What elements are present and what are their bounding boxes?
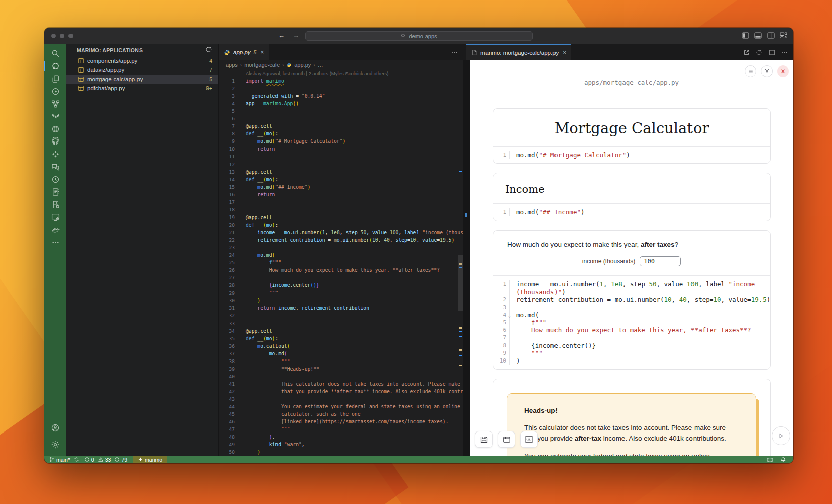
notebook-icon[interactable] — [44, 186, 66, 198]
code-line[interactable]: 40 — [219, 373, 463, 380]
toggle-secondary-sidebar-icon[interactable] — [767, 32, 775, 39]
code-line[interactable]: 11 — [219, 153, 463, 160]
refresh-icon[interactable] — [205, 46, 212, 55]
code-line[interactable]: 18 — [219, 206, 463, 213]
code-line[interactable]: 20def __(mo): — [219, 221, 463, 229]
code-line[interactable]: 47 """ — [219, 425, 463, 433]
code-line[interactable]: 9 mo.md("# Mortgage Calculator") — [219, 137, 463, 145]
code-line[interactable]: 6 — [219, 115, 463, 122]
copilot-icon[interactable] — [766, 457, 774, 463]
code-editor[interactable]: Akshay Agrawal, last month | 2 authors (… — [219, 69, 463, 456]
code-line[interactable]: 7@app.cell — [219, 122, 463, 130]
code-line[interactable]: 44 You can estimate your federal and sta… — [219, 403, 463, 410]
code-line[interactable]: 41 This calculator does not take taxes i… — [219, 380, 463, 388]
test-flag-icon[interactable] — [44, 198, 66, 211]
code-line[interactable]: 19@app.cell — [219, 213, 463, 221]
sidebar-file-components-app-py[interactable]: components/app.py4 — [66, 56, 218, 65]
terraform-icon[interactable] — [44, 110, 66, 123]
close-tab-icon[interactable]: × — [563, 49, 566, 56]
toggle-sidebar-icon[interactable] — [742, 32, 749, 39]
split-editor-icon[interactable] — [769, 49, 775, 56]
open-external-icon[interactable] — [743, 49, 750, 56]
code-line[interactable]: 49 kind="warn", — [219, 441, 463, 448]
docker-icon[interactable] — [44, 224, 66, 236]
breadcrumb-item[interactable]: app.py — [294, 62, 311, 68]
navigate-back-icon[interactable]: ← — [278, 32, 285, 39]
code-line[interactable]: 21 income = mo.ui.number(1, 1e8, step=50… — [219, 229, 463, 236]
code-line[interactable]: 17 — [219, 198, 463, 206]
settings-button[interactable] — [761, 65, 773, 77]
history-icon[interactable] — [44, 173, 66, 186]
toggle-panel-icon[interactable] — [754, 32, 762, 39]
code-line[interactable]: 16 return — [219, 191, 463, 198]
code-line[interactable]: 32 — [219, 312, 463, 319]
code-line[interactable]: 28 {income.center()} — [219, 281, 463, 289]
diamonds-icon[interactable] — [44, 148, 66, 161]
sidebar-file-dataviz-app-py[interactable]: dataviz/app.py7 — [66, 65, 218, 75]
menu-button[interactable] — [745, 65, 756, 77]
code-line[interactable]: 14def __(mo): — [219, 176, 463, 183]
zoom-window-button[interactable] — [68, 34, 73, 38]
cell-code-block[interactable]: 1income = mo.ui.number(1, 1e8, step=50, … — [493, 275, 770, 369]
close-window-button[interactable] — [51, 34, 56, 38]
marimo-icon[interactable] — [44, 60, 66, 73]
cell-code[interactable]: mo.md("# Mortgage Calculator") — [516, 151, 630, 159]
code-line[interactable]: 2 — [219, 85, 463, 92]
editor-scrollbar[interactable] — [458, 255, 463, 311]
tab-app-py[interactable]: app.py 5 × — [219, 44, 269, 60]
marimo-status[interactable]: marimo — [133, 456, 167, 463]
code-line[interactable]: 45 calculator, such as the one — [219, 410, 463, 418]
code-line[interactable]: 26 How much do you expect to make this y… — [219, 266, 463, 274]
more-actions-icon[interactable] — [781, 49, 788, 56]
run-debug-icon[interactable] — [44, 85, 66, 98]
code-line[interactable]: 23 — [219, 244, 463, 251]
customize-layout-icon[interactable] — [780, 32, 787, 39]
command-center-search[interactable]: demo-apps — [305, 31, 533, 41]
code-line[interactable]: 30 ) — [219, 297, 463, 304]
code-line[interactable]: 29 """ — [219, 289, 463, 297]
settings-gear-icon[interactable] — [44, 438, 66, 451]
code-line[interactable]: 1import marimo — [219, 77, 463, 85]
code-line[interactable]: 27 — [219, 274, 463, 281]
remote-screen-icon[interactable] — [44, 211, 66, 224]
code-line[interactable]: 22 retirement_contribution = mo.ui.numbe… — [219, 236, 463, 244]
sidebar-file-pdfchat-app-py[interactable]: pdfchat/app.py9+ — [66, 84, 218, 93]
code-line[interactable]: 25 f""" — [219, 259, 463, 266]
close-tab-icon[interactable]: × — [260, 49, 264, 56]
code-line[interactable]: 24 mo.md( — [219, 251, 463, 259]
code-line[interactable]: 31 return income, retirement_contributio… — [219, 304, 463, 312]
breadcrumb-item[interactable]: … — [318, 62, 323, 68]
refresh-icon[interactable] — [756, 49, 762, 56]
minimize-window-button[interactable] — [60, 34, 64, 38]
breadcrumb-item[interactable]: apps — [226, 62, 238, 68]
code-line[interactable]: 12 — [219, 161, 463, 168]
shutdown-button[interactable]: ✕ — [777, 65, 789, 77]
code-line[interactable]: 43 — [219, 395, 463, 403]
code-line[interactable]: 5 — [219, 107, 463, 115]
tab-marimo-preview[interactable]: marimo: mortgage-calc/app.py × — [466, 44, 571, 60]
bell-icon[interactable] — [780, 457, 786, 463]
breadcrumb-item[interactable]: mortgage-calc — [244, 62, 280, 68]
code-line[interactable]: 34@app.cell — [219, 327, 463, 335]
code-line[interactable]: 35def __(mo): — [219, 335, 463, 342]
more-actions-icon[interactable] — [451, 49, 458, 56]
account-icon[interactable] — [44, 421, 66, 434]
files-icon[interactable] — [44, 73, 66, 85]
code-line[interactable]: 37 mo.md( — [219, 350, 463, 357]
problems-status[interactable]: 0 33 79 — [84, 456, 127, 463]
sidebar-file-mortgage-calc-app-py[interactable]: mortgage-calc/app.py5 — [66, 75, 218, 84]
comments-icon[interactable] — [44, 161, 66, 173]
keyboard-shortcuts-button[interactable] — [520, 431, 538, 448]
code-line[interactable]: 38 """ — [219, 357, 463, 365]
save-button[interactable] — [475, 431, 493, 448]
cell-code[interactable]: mo.md("## Income") — [516, 208, 584, 216]
search-icon[interactable] — [44, 47, 66, 60]
open-window-button[interactable] — [498, 431, 515, 448]
more-icon[interactable] — [44, 236, 66, 249]
code-line[interactable]: 42 that you provide **after-tax** income… — [219, 388, 463, 395]
code-line[interactable]: 10 return — [219, 145, 463, 153]
code-line[interactable]: 4app = marimo.App() — [219, 100, 463, 107]
code-line[interactable]: 46 [linked here](https://smartasset.com/… — [219, 418, 463, 425]
org-chart-icon[interactable] — [44, 98, 66, 110]
globe-icon[interactable] — [44, 123, 66, 135]
